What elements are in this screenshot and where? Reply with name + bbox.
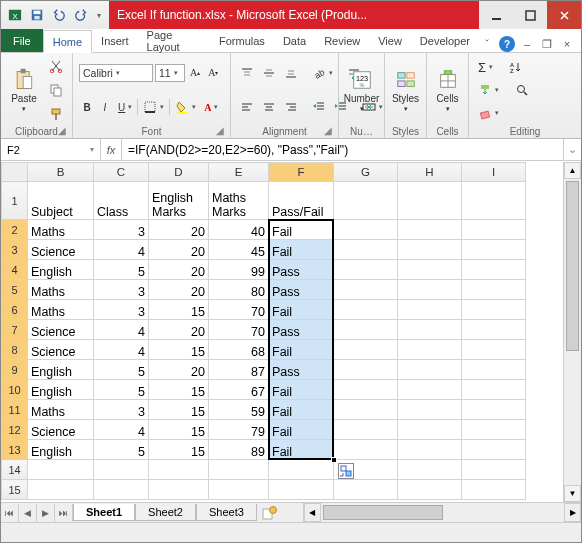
cell-I8[interactable] [462, 340, 526, 360]
new-sheet-button[interactable] [257, 506, 283, 520]
cell-F6[interactable]: Fail [269, 300, 334, 320]
cell-C4[interactable]: 5 [94, 260, 149, 280]
cell-H5[interactable] [398, 280, 462, 300]
row-header-9[interactable]: 9 [2, 360, 28, 380]
vertical-scrollbar[interactable]: ▲ ▼ [563, 162, 581, 502]
cell-D14[interactable] [149, 460, 209, 480]
clipboard-dialog-launcher[interactable]: ◢ [56, 125, 68, 137]
undo-icon[interactable] [49, 5, 69, 25]
cell-D1[interactable]: EnglishMarks [149, 182, 209, 220]
scroll-right-button[interactable]: ▶ [564, 503, 581, 522]
column-header-B[interactable]: B [28, 163, 94, 182]
row-header-10[interactable]: 10 [2, 380, 28, 400]
cell-B2[interactable]: Maths [28, 220, 94, 240]
sheet-tab-1[interactable]: Sheet1 [73, 504, 135, 521]
cell-D6[interactable]: 15 [149, 300, 209, 320]
cell-G7[interactable] [334, 320, 398, 340]
number-format-button[interactable]: 123% Number▾ [343, 55, 380, 125]
row-header-5[interactable]: 5 [2, 280, 28, 300]
column-header-G[interactable]: G [334, 163, 398, 182]
cell-I11[interactable] [462, 400, 526, 420]
minimize-button[interactable] [479, 1, 513, 29]
find-select-icon[interactable] [512, 81, 532, 99]
autofill-options-button[interactable] [338, 463, 354, 479]
styles-button[interactable]: Styles▾ [389, 55, 422, 125]
cell-E13[interactable]: 89 [209, 440, 269, 460]
cell-D8[interactable]: 15 [149, 340, 209, 360]
increase-font-icon[interactable]: A▴ [187, 64, 203, 82]
cell-C6[interactable]: 3 [94, 300, 149, 320]
cell-C7[interactable]: 4 [94, 320, 149, 340]
column-header-H[interactable]: H [398, 163, 462, 182]
cell-I5[interactable] [462, 280, 526, 300]
cell-E7[interactable]: 70 [209, 320, 269, 340]
cell-C2[interactable]: 3 [94, 220, 149, 240]
alignment-dialog-launcher[interactable]: ◢ [322, 125, 334, 137]
column-header-D[interactable]: D [149, 163, 209, 182]
cell-E5[interactable]: 80 [209, 280, 269, 300]
cell-F8[interactable]: Fail [269, 340, 334, 360]
cell-D10[interactable]: 15 [149, 380, 209, 400]
row-header-15[interactable]: 15 [2, 480, 28, 500]
clear-icon[interactable] [475, 104, 502, 122]
cell-D12[interactable]: 15 [149, 420, 209, 440]
cell-I15[interactable] [462, 480, 526, 500]
cell-G5[interactable] [334, 280, 398, 300]
row-header-2[interactable]: 2 [2, 220, 28, 240]
redo-icon[interactable] [71, 5, 91, 25]
paste-button[interactable]: Paste ▾ [5, 55, 43, 125]
save-icon[interactable] [27, 5, 47, 25]
row-header-1[interactable]: 1 [2, 182, 28, 220]
cell-H7[interactable] [398, 320, 462, 340]
cell-G12[interactable] [334, 420, 398, 440]
cell-F11[interactable]: Fail [269, 400, 334, 420]
cell-D13[interactable]: 15 [149, 440, 209, 460]
select-all-button[interactable] [2, 163, 28, 182]
scroll-left-button[interactable]: ◀ [304, 503, 321, 522]
cell-B8[interactable]: Science [28, 340, 94, 360]
cell-B14[interactable] [28, 460, 94, 480]
name-box-dropdown-icon[interactable]: ▾ [90, 145, 94, 154]
cell-D5[interactable]: 20 [149, 280, 209, 300]
sheet-nav-first[interactable]: ⏮ [1, 504, 19, 522]
cell-B1[interactable]: Subject [28, 182, 94, 220]
ribbon-minimize-icon[interactable]: ˇ [479, 36, 495, 52]
cell-E10[interactable]: 67 [209, 380, 269, 400]
cell-C10[interactable]: 5 [94, 380, 149, 400]
cell-H15[interactable] [398, 480, 462, 500]
font-dialog-launcher[interactable]: ◢ [214, 125, 226, 137]
cell-F5[interactable]: Pass [269, 280, 334, 300]
cell-E12[interactable]: 79 [209, 420, 269, 440]
font-name-select[interactable]: Calibri [79, 64, 153, 82]
excel-icon[interactable]: X [5, 5, 25, 25]
cell-I10[interactable] [462, 380, 526, 400]
fill-icon[interactable] [475, 81, 502, 99]
tab-insert[interactable]: Insert [92, 29, 138, 52]
row-header-4[interactable]: 4 [2, 260, 28, 280]
horizontal-scrollbar[interactable]: ◀ ▶ [303, 503, 581, 522]
formula-input[interactable]: =IF(AND(D2>=20,E2>=60), "Pass","Fail") [122, 139, 563, 160]
column-header-F[interactable]: F [269, 163, 334, 182]
cell-F4[interactable]: Pass [269, 260, 334, 280]
tab-review[interactable]: Review [315, 29, 369, 52]
sheet-tab-2[interactable]: Sheet2 [135, 504, 196, 521]
cell-F14[interactable] [269, 460, 334, 480]
cell-E15[interactable] [209, 480, 269, 500]
row-header-3[interactable]: 3 [2, 240, 28, 260]
insert-function-icon[interactable]: fx [101, 144, 121, 156]
cell-H11[interactable] [398, 400, 462, 420]
cell-D9[interactable]: 20 [149, 360, 209, 380]
tab-page-layout[interactable]: Page Layout [138, 29, 210, 52]
cell-F9[interactable]: Pass [269, 360, 334, 380]
workbook-minimize-icon[interactable]: – [519, 36, 535, 52]
cell-H1[interactable] [398, 182, 462, 220]
tab-developer[interactable]: Developer [411, 29, 479, 52]
cell-H12[interactable] [398, 420, 462, 440]
name-box[interactable]: F2▾ [1, 139, 101, 160]
row-header-13[interactable]: 13 [2, 440, 28, 460]
cell-F13[interactable]: Fail [269, 440, 334, 460]
copy-icon[interactable] [46, 81, 66, 99]
cell-I6[interactable] [462, 300, 526, 320]
sheet-tab-3[interactable]: Sheet3 [196, 504, 257, 521]
column-header-I[interactable]: I [462, 163, 526, 182]
